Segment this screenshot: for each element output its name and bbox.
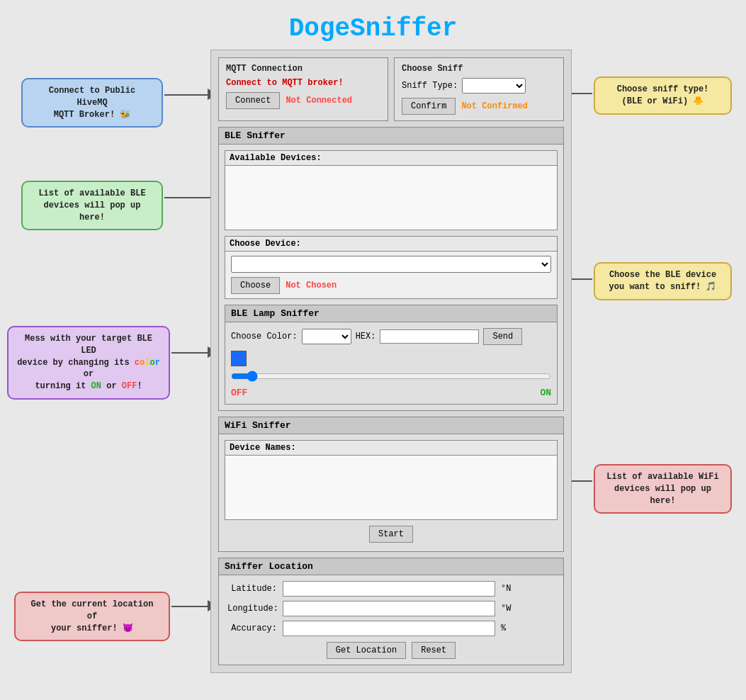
off-label: OFF [231, 388, 247, 398]
ble-lamp-inner: Choose Color: Red Green Blue HEX: Send [225, 322, 557, 404]
wifi-sniffer-title: WiFi Sniffer [219, 417, 563, 434]
ble-sniffer-section: BLE Sniffer Available Devices: Choose De… [218, 127, 564, 411]
available-devices-label: Available Devices: [225, 151, 557, 166]
acc-label: Accuracy: [227, 623, 277, 633]
page-title: DogeSniffer [0, 0, 746, 54]
location-title: Sniffer Location [219, 558, 563, 575]
ble-device-list [225, 166, 557, 230]
lamp-arrow-line [171, 352, 210, 354]
mqtt-arrow-line [164, 94, 210, 96]
ble-lamp-title: BLE Lamp Sniffer [225, 305, 557, 322]
sniff-type-label: Sniff Type: [402, 81, 458, 91]
lon-input[interactable] [283, 601, 495, 616]
start-btn-row: Start [225, 526, 558, 543]
latitude-row: Latitude: °N [227, 581, 555, 597]
wifi-list-bubble: List of available WiFidevices will pop u… [594, 464, 732, 514]
location-inner: Latitude: °N Longitude: °W Accuracy: % G… [219, 575, 563, 665]
mqtt-connect-text: Connect to MQTT broker! [226, 78, 380, 88]
color-slider[interactable] [231, 371, 551, 382]
choose-device-select[interactable] [231, 256, 551, 273]
ble-sniffer-title: BLE Sniffer [219, 128, 563, 145]
connect-button[interactable]: Connect [226, 92, 280, 109]
location-section: Sniffer Location Latitude: °N Longitude:… [218, 558, 564, 665]
color-o2: o [149, 358, 154, 368]
acc-input[interactable] [283, 621, 495, 636]
color-label: Choose Color: [231, 332, 298, 341]
acc-unit: % [501, 623, 506, 633]
wifi-device-list [225, 456, 557, 519]
confirm-button[interactable]: Confirm [402, 98, 456, 115]
choose-device-label: Choose Device: [225, 237, 557, 252]
get-location-button[interactable]: Get Location [327, 642, 406, 659]
hex-input[interactable] [380, 329, 479, 344]
choose-device-inner: Choose Not Chosen [225, 252, 557, 298]
lon-label: Longitude: [227, 604, 277, 614]
on-off-row: OFF ON [231, 388, 551, 398]
longitude-row: Longitude: °W [227, 601, 555, 616]
lon-unit: °W [501, 604, 511, 614]
wifi-sniffer-inner: Device Names: Start [219, 434, 563, 551]
choose-device-controls: Choose Not Chosen [231, 277, 551, 294]
color-r: r [155, 358, 160, 368]
send-button[interactable]: Send [483, 328, 522, 345]
sniff-type-row: Sniff Type: BLE WiFi [402, 78, 556, 94]
lat-input[interactable] [283, 581, 495, 597]
device-names-label: Device Names: [225, 441, 557, 456]
on-text: ON [91, 381, 101, 391]
reset-button[interactable]: Reset [412, 642, 456, 659]
start-button[interactable]: Start [369, 526, 413, 543]
main-panel: MQTT Connection Connect to MQTT broker! … [210, 50, 572, 673]
ble-sniffer-inner: Available Devices: Choose Device: Choose… [219, 145, 563, 410]
mqtt-section: MQTT Connection Connect to MQTT broker! … [218, 57, 388, 121]
sniff-type-bubble: Choose sniff type!(BLE or WiFi) 🐥 [594, 77, 732, 115]
color-select[interactable]: Red Green Blue [302, 329, 351, 344]
color-slider-container [231, 351, 551, 385]
mqtt-bubble: Connect to Public HiveMQMQTT Broker! 🐝 [21, 78, 163, 128]
ble-list-bubble: List of available BLEdevices will pop up… [21, 181, 163, 230]
hex-label: HEX: [356, 332, 376, 341]
lat-label: Latitude: [227, 584, 277, 594]
location-buttons: Get Location Reset [227, 642, 555, 659]
off-text: OFF [122, 381, 137, 391]
top-row: MQTT Connection Connect to MQTT broker! … [218, 57, 564, 121]
location-arrow-line [171, 606, 210, 607]
confirm-status: Not Confirmed [461, 101, 528, 111]
lat-unit: °N [501, 584, 511, 594]
device-names-box: Device Names: [225, 440, 558, 520]
ble-lamp-section: BLE Lamp Sniffer Choose Color: Red Green… [225, 305, 558, 405]
ble-lamp-bubble: Mess with your target BLE LEDdevice by c… [7, 326, 170, 400]
sniff-type-select[interactable]: BLE WiFi [462, 78, 526, 94]
available-devices-box: Available Devices: [225, 150, 558, 230]
color-c: c [135, 358, 140, 368]
mqtt-controls: Connect Not Connected [226, 92, 380, 109]
color-preview [231, 351, 247, 366]
choose-sniff-section: Choose Sniff Sniff Type: BLE WiFi Confir… [394, 57, 564, 121]
color-row: Choose Color: Red Green Blue HEX: Send [231, 328, 551, 345]
mqtt-status: Not Connected [286, 96, 352, 106]
ble-device-bubble: Choose the BLE deviceyou want to sniff! … [594, 262, 732, 300]
confirm-controls: Confirm Not Confirmed [402, 98, 556, 115]
choose-button[interactable]: Choose [231, 277, 280, 294]
not-chosen-status: Not Chosen [286, 281, 337, 290]
choose-sniff-title: Choose Sniff [402, 64, 556, 74]
on-label: ON [540, 388, 551, 398]
choose-device-box: Choose Device: Choose Not Chosen [225, 236, 558, 299]
location-bubble: Get the current location ofyour sniffer!… [14, 592, 170, 641]
wifi-sniffer-section: WiFi Sniffer Device Names: Start [218, 417, 564, 552]
mqtt-section-title: MQTT Connection [226, 64, 380, 74]
accuracy-row: Accuracy: % [227, 621, 555, 636]
